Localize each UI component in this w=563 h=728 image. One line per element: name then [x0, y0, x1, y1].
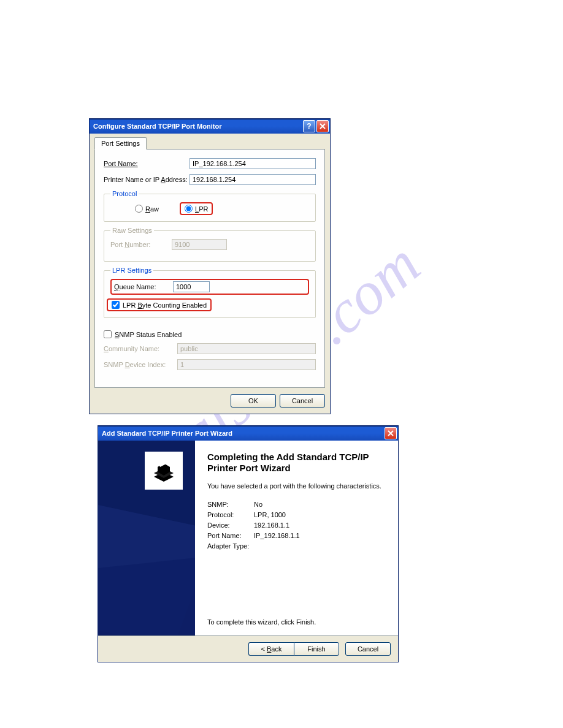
- protocol-value: LPR, 1000: [254, 511, 286, 518]
- radio-raw[interactable]: Raw: [135, 205, 159, 213]
- wizard-finish-note: To complete this wizard, click Finish.: [207, 618, 386, 626]
- port-name-label: Port Name:: [207, 532, 254, 539]
- raw-settings-legend: Raw Settings: [110, 227, 154, 234]
- port-number-input: [172, 239, 227, 250]
- lpr-settings-legend: LPR Settings: [110, 267, 153, 274]
- radio-lpr[interactable]: LPR: [185, 205, 208, 213]
- port-number-label: Port Number:: [110, 241, 172, 248]
- close-button[interactable]: [316, 120, 329, 132]
- lpr-byte-counting[interactable]: LPR Byte Counting Enabled: [112, 301, 207, 309]
- lpr-settings-group: LPR Settings Queue Name: LPR Byte Counti…: [104, 267, 316, 318]
- radio-raw-input[interactable]: [135, 205, 143, 213]
- device-value: 192.168.1.1: [254, 521, 289, 529]
- cancel-button[interactable]: Cancel: [280, 394, 325, 408]
- wizard-main: Completing the Add Standard TCP/IP Print…: [195, 441, 398, 635]
- queue-name-label: Queue Name:: [114, 283, 173, 290]
- protocol-legend: Protocol: [110, 190, 139, 197]
- dialog-title: Configure Standard TCP/IP Port Monitor: [93, 123, 303, 130]
- printer-address-label: Printer Name or IP Address:: [104, 176, 190, 183]
- device-label: Device:: [207, 521, 254, 529]
- community-input: [177, 343, 316, 354]
- dialog-title: Add Standard TCP/IP Printer Port Wizard: [102, 430, 385, 437]
- wizard-subtext: You have selected a port with the follow…: [207, 482, 386, 490]
- wizard-footer: < Back Finish Cancel: [98, 635, 398, 662]
- snmp-index-input: [177, 359, 316, 370]
- snmp-group: SNMP Status Enabled Community Name: SNMP…: [104, 323, 316, 376]
- wizard-sidebar: [98, 441, 195, 635]
- titlebar[interactable]: Configure Standard TCP/IP Port Monitor ?: [90, 119, 330, 134]
- tab-panel: Port Name: Printer Name or IP Address: P…: [94, 149, 325, 388]
- queue-name-input[interactable]: [173, 281, 210, 292]
- titlebar[interactable]: Add Standard TCP/IP Printer Port Wizard: [98, 426, 398, 441]
- printer-address-input[interactable]: [190, 174, 316, 185]
- wizard-summary-table: SNMP:No Protocol:LPR, 1000 Device:192.16…: [207, 501, 386, 553]
- configure-port-dialog: Configure Standard TCP/IP Port Monitor ?…: [89, 118, 331, 414]
- back-button[interactable]: < Back: [248, 642, 294, 656]
- finish-button[interactable]: Finish: [294, 642, 339, 656]
- community-label: Community Name:: [104, 345, 177, 352]
- protocol-group: Protocol Raw LPR: [104, 190, 316, 222]
- help-button[interactable]: ?: [303, 120, 315, 132]
- close-button[interactable]: [385, 427, 397, 439]
- tab-port-settings[interactable]: Port Settings: [94, 137, 147, 150]
- snmp-checkbox[interactable]: [104, 330, 112, 338]
- snmp-status[interactable]: SNMP Status Enabled: [104, 330, 316, 338]
- highlight-lpr: LPR: [180, 202, 213, 215]
- snmp-value: No: [254, 501, 262, 508]
- cancel-button[interactable]: Cancel: [345, 642, 391, 656]
- add-port-wizard-dialog: Add Standard TCP/IP Printer Port Wizard …: [98, 425, 399, 662]
- adapter-type-label: Adapter Type:: [207, 542, 254, 550]
- raw-settings-group: Raw Settings Port Number:: [104, 227, 316, 262]
- printer-icon: [145, 452, 183, 490]
- protocol-label: Protocol:: [207, 511, 254, 518]
- lpr-byte-checkbox[interactable]: [112, 301, 120, 309]
- radio-lpr-input[interactable]: [185, 205, 193, 213]
- ok-button[interactable]: OK: [231, 394, 276, 408]
- snmp-label: SNMP:: [207, 501, 254, 508]
- snmp-index-label: SNMP Device Index:: [104, 361, 177, 368]
- port-name-value: IP_192.168.1.1: [254, 532, 300, 539]
- port-name-input[interactable]: [190, 158, 316, 169]
- port-name-label: Port Name:: [104, 160, 190, 167]
- wizard-heading: Completing the Add Standard TCP/IP Print…: [207, 452, 386, 474]
